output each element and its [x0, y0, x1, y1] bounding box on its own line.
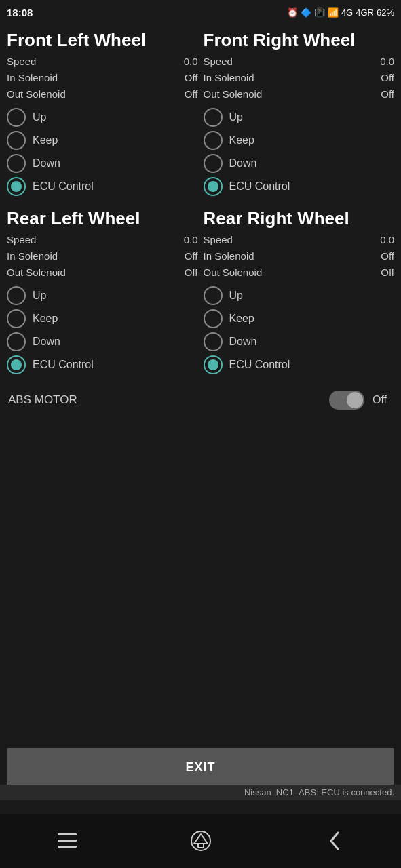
front-right-radio-ecu-circle	[204, 177, 223, 196]
rear-right-in-solenoid-value: Off	[381, 248, 394, 264]
rear-left-radio-group: Up Keep Down ECU Control	[7, 286, 198, 374]
rear-right-speed-value: 0.0	[380, 232, 394, 248]
front-right-radio-down[interactable]: Down	[204, 154, 395, 173]
rear-left-radio-keep-label: Keep	[33, 313, 58, 325]
exit-button[interactable]: EXIT	[7, 748, 394, 787]
front-right-out-solenoid-value: Off	[381, 86, 394, 102]
rear-left-wheel-section: Rear Left Wheel Speed 0.0 In Solenoid Of…	[4, 205, 201, 384]
rear-left-in-solenoid-row: In Solenoid Off	[7, 248, 198, 264]
rear-left-radio-down-circle	[7, 332, 26, 351]
svg-marker-4	[194, 834, 208, 844]
front-right-radio-keep-label: Keep	[229, 134, 254, 146]
front-left-in-solenoid-label: In Solenoid	[7, 70, 58, 86]
rear-left-speed-label: Speed	[7, 232, 36, 248]
network-4g-icon: 4G	[341, 7, 353, 18]
rear-left-radio-up-circle	[7, 286, 26, 305]
front-right-speed-label: Speed	[204, 54, 233, 70]
front-right-wheel-section: Front Right Wheel Speed 0.0 In Solenoid …	[201, 27, 398, 205]
rear-right-radio-keep[interactable]: Keep	[204, 309, 395, 328]
front-left-out-solenoid-label: Out Solenoid	[7, 86, 66, 102]
front-left-radio-ecu-circle	[7, 177, 26, 196]
wheels-grid: Front Left Wheel Speed 0.0 In Solenoid O…	[4, 27, 397, 384]
front-left-radio-ecu[interactable]: ECU Control	[7, 177, 198, 196]
svg-rect-2	[58, 846, 77, 848]
front-left-out-solenoid-row: Out Solenoid Off	[7, 86, 198, 102]
front-left-radio-down-circle	[7, 154, 26, 173]
front-left-in-solenoid-row: In Solenoid Off	[7, 70, 198, 86]
nav-home-button[interactable]	[180, 821, 221, 861]
rear-right-in-solenoid-row: In Solenoid Off	[204, 248, 395, 264]
front-left-radio-group: Up Keep Down ECU Control	[7, 108, 198, 196]
rear-right-radio-ecu[interactable]: ECU Control	[204, 355, 395, 374]
abs-motor-value: Off	[373, 394, 393, 406]
svg-rect-0	[58, 833, 77, 835]
front-left-speed-row: Speed 0.0	[7, 54, 198, 70]
front-right-radio-group: Up Keep Down ECU Control	[204, 108, 395, 196]
svg-rect-5	[198, 844, 204, 848]
front-left-wheel-title: Front Left Wheel	[7, 30, 198, 51]
front-right-speed-row: Speed 0.0	[204, 54, 395, 70]
rear-left-out-solenoid-label: Out Solenoid	[7, 264, 66, 281]
front-left-speed-label: Speed	[7, 54, 36, 70]
rear-left-out-solenoid-value: Off	[185, 264, 198, 281]
front-right-out-solenoid-row: Out Solenoid Off	[204, 86, 395, 102]
front-right-radio-up-circle	[204, 108, 223, 127]
rear-left-radio-ecu-label: ECU Control	[33, 359, 94, 371]
abs-motor-label: ABS MOTOR	[8, 393, 321, 407]
rear-right-wheel-title: Rear Right Wheel	[204, 208, 395, 229]
front-left-out-solenoid-value: Off	[185, 86, 198, 102]
rear-right-radio-keep-circle	[204, 309, 223, 328]
rear-left-radio-up[interactable]: Up	[7, 286, 198, 305]
rear-left-radio-keep[interactable]: Keep	[7, 309, 198, 328]
rear-left-radio-up-label: Up	[33, 290, 46, 302]
rear-right-radio-down[interactable]: Down	[204, 332, 395, 351]
front-left-in-solenoid-value: Off	[185, 70, 198, 86]
front-right-radio-ecu-label: ECU Control	[229, 180, 290, 193]
rear-left-radio-down[interactable]: Down	[7, 332, 198, 351]
front-right-radio-down-label: Down	[229, 157, 257, 170]
abs-motor-toggle[interactable]	[329, 391, 364, 410]
bottom-nav	[0, 814, 401, 868]
rear-right-radio-up-circle	[204, 286, 223, 305]
front-left-radio-keep-label: Keep	[33, 134, 58, 146]
front-right-radio-ecu[interactable]: ECU Control	[204, 177, 395, 196]
rear-left-wheel-title: Rear Left Wheel	[7, 208, 198, 229]
front-left-radio-up-label: Up	[33, 111, 46, 123]
rear-right-radio-ecu-circle	[204, 355, 223, 374]
nav-back-button[interactable]	[314, 821, 355, 861]
rear-right-speed-row: Speed 0.0	[204, 232, 395, 248]
front-left-radio-up-circle	[7, 108, 26, 127]
front-left-wheel-section: Front Left Wheel Speed 0.0 In Solenoid O…	[4, 27, 201, 205]
front-left-radio-down-label: Down	[33, 157, 60, 170]
front-right-radio-down-circle	[204, 154, 223, 173]
status-bar: 18:08 ⏰ 🔷 📳 📶 4G 4GR 62%	[0, 0, 401, 24]
rear-left-in-solenoid-label: In Solenoid	[7, 248, 58, 264]
front-left-speed-value: 0.0	[184, 54, 198, 70]
battery-level: 62%	[377, 7, 394, 18]
status-time: 18:08	[7, 7, 33, 18]
front-right-radio-keep[interactable]: Keep	[204, 131, 395, 150]
front-right-radio-up-label: Up	[229, 111, 243, 123]
network-4gr-icon: 4GR	[356, 7, 374, 18]
connection-status: Nissan_NC1_ABS: ECU is connected.	[0, 785, 401, 800]
front-left-radio-down[interactable]: Down	[7, 154, 198, 173]
nav-menu-button[interactable]	[47, 821, 88, 861]
rear-right-radio-down-circle	[204, 332, 223, 351]
front-left-radio-ecu-label: ECU Control	[33, 180, 94, 193]
front-right-wheel-title: Front Right Wheel	[204, 30, 395, 51]
status-icons: ⏰ 🔷 📳 📶 4G 4GR 62%	[287, 7, 394, 18]
abs-motor-toggle-knob	[347, 392, 363, 408]
front-left-radio-up[interactable]: Up	[7, 108, 198, 127]
rear-right-out-solenoid-value: Off	[381, 264, 394, 281]
rear-left-radio-keep-circle	[7, 309, 26, 328]
front-left-radio-keep[interactable]: Keep	[7, 131, 198, 150]
rear-left-radio-ecu[interactable]: ECU Control	[7, 355, 198, 374]
front-right-radio-up[interactable]: Up	[204, 108, 395, 127]
rear-left-in-solenoid-value: Off	[185, 248, 198, 264]
rear-left-speed-row: Speed 0.0	[7, 232, 198, 248]
rear-right-radio-keep-label: Keep	[229, 313, 254, 325]
rear-left-out-solenoid-row: Out Solenoid Off	[7, 264, 198, 281]
rear-right-radio-up[interactable]: Up	[204, 286, 395, 305]
rear-left-radio-down-label: Down	[33, 336, 60, 348]
rear-right-radio-down-label: Down	[229, 336, 257, 348]
